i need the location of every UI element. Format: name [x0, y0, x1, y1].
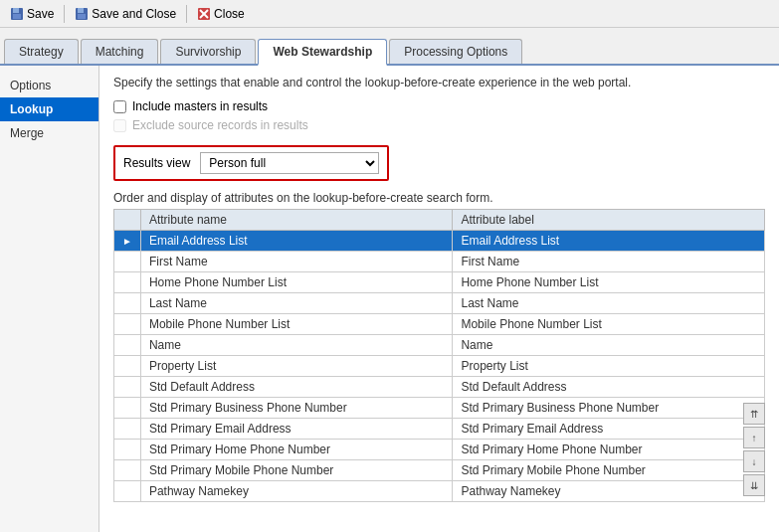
attr-name-cell: First Name: [140, 252, 453, 272]
row-arrow-cell: [114, 252, 141, 272]
results-view-row: Results view Person full Person brief Or…: [113, 145, 389, 181]
tab-survivorship[interactable]: Survivorship: [160, 39, 256, 64]
results-view-select[interactable]: Person full Person brief Organization fu…: [200, 152, 379, 174]
tab-matching[interactable]: Matching: [81, 39, 159, 64]
row-arrow-cell: [114, 440, 141, 460]
attr-name-cell: Home Phone Number List: [140, 272, 453, 293]
attr-label-cell: Property List: [453, 356, 765, 377]
table-row[interactable]: Std Primary Email AddressStd Primary Ema…: [114, 419, 765, 440]
table-row[interactable]: Last NameLast Name: [114, 293, 765, 314]
attr-name-cell: Property List: [140, 356, 453, 377]
save-close-label: Save and Close: [92, 7, 176, 21]
attr-label-cell: Std Primary Email Address: [453, 419, 765, 440]
attr-name-cell: Std Primary Business Phone Number: [140, 398, 453, 419]
attr-label-cell: First Name: [453, 252, 765, 272]
main-layout: Options Lookup Merge Specify the setting…: [0, 66, 779, 532]
save-button[interactable]: Save: [6, 5, 58, 23]
attr-name-cell: Name: [140, 335, 453, 356]
toolbar-separator: [64, 5, 65, 23]
table-row[interactable]: Std Primary Mobile Phone NumberStd Prima…: [114, 460, 765, 481]
attr-name-cell: Email Address List: [140, 231, 453, 252]
exclude-source-row: Exclude source records in results: [113, 118, 765, 132]
attr-name-cell: Std Primary Home Phone Number: [140, 440, 453, 460]
attr-label-cell: Home Phone Number List: [453, 272, 765, 293]
row-arrow-cell: [114, 335, 141, 356]
attr-name-cell: Std Primary Email Address: [140, 419, 453, 440]
table-row[interactable]: Std Primary Home Phone NumberStd Primary…: [114, 440, 765, 460]
tab-strategy[interactable]: Strategy: [4, 39, 79, 64]
save-label: Save: [27, 7, 54, 21]
table-row[interactable]: ►Email Address ListEmail Address List: [114, 231, 765, 252]
attr-label-cell: Std Primary Home Phone Number: [453, 440, 765, 460]
row-arrow-cell: [114, 419, 141, 440]
tab-web-stewardship[interactable]: Web Stewardship: [258, 39, 387, 66]
table-row[interactable]: Property ListProperty List: [114, 356, 765, 377]
attr-name-cell: Std Primary Mobile Phone Number: [140, 460, 453, 481]
attr-label-cell: Std Primary Business Phone Number: [453, 398, 765, 419]
include-masters-label: Include masters in results: [132, 99, 268, 113]
save-close-icon: [75, 7, 89, 21]
attr-name-cell: Last Name: [140, 293, 453, 314]
row-arrow-cell: [114, 398, 141, 419]
move-down-button[interactable]: ↓: [743, 450, 765, 472]
attr-label-cell: Pathway Namekey: [453, 481, 765, 502]
move-top-button[interactable]: ⇈: [743, 403, 765, 425]
col-attr-label: Attribute label: [453, 210, 765, 231]
attr-label-cell: Std Primary Mobile Phone Number: [453, 460, 765, 481]
close-button[interactable]: Close: [193, 5, 249, 23]
close-icon: [197, 7, 211, 21]
attr-label-cell: Std Default Address: [453, 377, 765, 398]
attr-label-cell: Mobile Phone Number List: [453, 314, 765, 335]
page-description: Specify the settings that enable and con…: [113, 76, 765, 89]
toolbar-separator2: [186, 5, 187, 23]
table-header-row: Attribute name Attribute label: [114, 210, 765, 231]
row-arrow-cell: [114, 314, 141, 335]
table-row[interactable]: Mobile Phone Number ListMobile Phone Num…: [114, 314, 765, 335]
table-row[interactable]: Std Default AddressStd Default Address: [114, 377, 765, 398]
row-arrow-cell: [114, 377, 141, 398]
table-row[interactable]: Std Primary Business Phone NumberStd Pri…: [114, 398, 765, 419]
content-area: Specify the settings that enable and con…: [99, 66, 779, 532]
results-view-label: Results view: [123, 156, 190, 170]
sidebar-item-lookup[interactable]: Lookup: [0, 97, 98, 121]
exclude-source-label: Exclude source records in results: [132, 118, 308, 132]
tabs-bar: Strategy Matching Survivorship Web Stewa…: [0, 28, 779, 66]
sidebar-item-options[interactable]: Options: [0, 74, 98, 97]
attr-label-cell: Email Address List: [453, 231, 765, 252]
row-arrow-cell: [114, 272, 141, 293]
toolbar: Save Save and Close Close: [0, 0, 779, 28]
table-row[interactable]: NameName: [114, 335, 765, 356]
col-arrow: [114, 210, 141, 231]
table-row[interactable]: First NameFirst Name: [114, 252, 765, 272]
attr-label-cell: Name: [453, 335, 765, 356]
svg-rect-2: [13, 14, 21, 19]
svg-rect-4: [78, 8, 84, 13]
grid-description: Order and display of attributes on the l…: [113, 191, 765, 205]
include-masters-checkbox[interactable]: [113, 100, 126, 113]
move-bottom-button[interactable]: ⇊: [743, 474, 765, 496]
save-icon: [10, 7, 24, 21]
svg-rect-1: [13, 8, 19, 13]
table-row[interactable]: Pathway NamekeyPathway Namekey: [114, 481, 765, 502]
sidebar: Options Lookup Merge: [0, 66, 99, 532]
table-row[interactable]: Home Phone Number ListHome Phone Number …: [114, 272, 765, 293]
attr-label-cell: Last Name: [453, 293, 765, 314]
attributes-table: Attribute name Attribute label ►Email Ad…: [113, 209, 765, 502]
row-arrow-cell: [114, 460, 141, 481]
move-up-button[interactable]: ↑: [743, 427, 765, 448]
attr-name-cell: Pathway Namekey: [140, 481, 453, 502]
include-masters-row: Include masters in results: [113, 99, 765, 113]
exclude-source-checkbox[interactable]: [113, 119, 126, 132]
attr-name-cell: Std Default Address: [140, 377, 453, 398]
close-label: Close: [214, 7, 245, 21]
nav-buttons: ⇈ ↑ ↓ ⇊: [743, 403, 765, 496]
save-close-button[interactable]: Save and Close: [71, 5, 180, 23]
row-arrow-cell: [114, 293, 141, 314]
sidebar-item-merge[interactable]: Merge: [0, 121, 98, 145]
attr-name-cell: Mobile Phone Number List: [140, 314, 453, 335]
row-arrow-cell: [114, 481, 141, 502]
tab-processing-options[interactable]: Processing Options: [389, 39, 522, 64]
svg-rect-5: [78, 14, 86, 19]
row-arrow-cell: ►: [114, 231, 141, 252]
col-attr-name: Attribute name: [140, 210, 453, 231]
